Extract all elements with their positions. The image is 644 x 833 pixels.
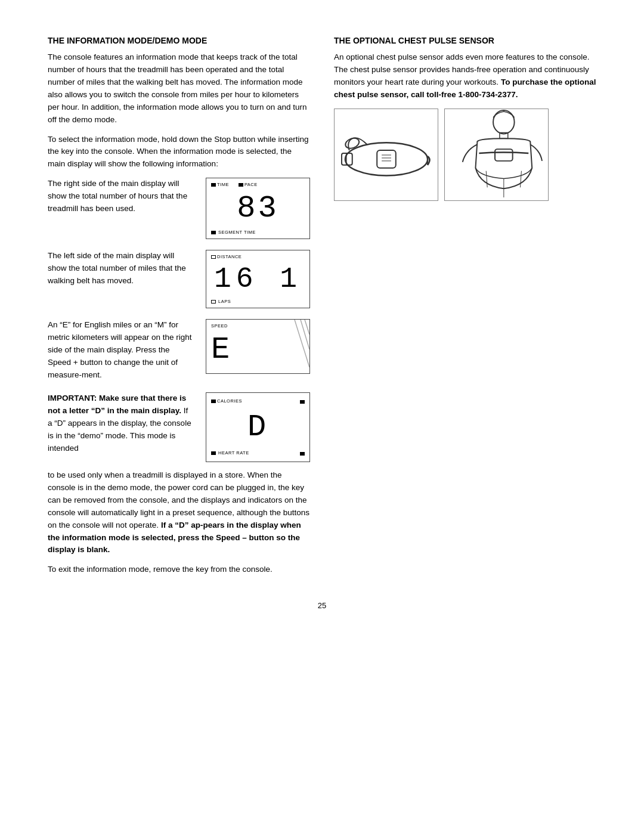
lcd-display-speed: SPEED E [206, 319, 310, 374]
lcd4-calories-indicator: CALORIES [211, 398, 242, 404]
calories-label: CALORIES [217, 398, 242, 404]
svg-rect-14 [495, 149, 513, 161]
page-number: 25 [48, 601, 596, 610]
time-label: TIME [217, 182, 229, 187]
display2-wrapper: DISTANCE 16 1 LAPS [206, 250, 310, 308]
lcd1-time-indicator: TIME [211, 182, 229, 187]
calories-rect [211, 400, 216, 403]
lcd1-number: 83 [211, 188, 305, 228]
lcd3-letter: E [211, 330, 230, 370]
right-para1: An optional chest pulse sensor adds even… [334, 51, 596, 101]
para2: To select the information mode, hold dow… [48, 134, 310, 171]
lcd-display-miles: DISTANCE 16 1 LAPS [206, 250, 310, 308]
lcd4-top: CALORIES [211, 397, 305, 406]
display3-wrapper: SPEED E [206, 319, 310, 374]
lcd4-bottom: HEART RATE [211, 448, 305, 458]
important-label: IMPORTANT: Make sure that there is not a… [48, 394, 186, 415]
sensor-device-image [334, 109, 438, 201]
svg-line-15 [486, 171, 487, 187]
svg-line-1 [301, 320, 309, 349]
two-column-layout: THE INFORMATION MODE/DEMO MODE The conso… [48, 36, 596, 583]
sensor-device-svg [335, 109, 438, 200]
lcd1-bottom: SEGMENT TIME [211, 230, 305, 235]
lcd1-top: TIME PACE [211, 182, 305, 187]
pace-rect [239, 183, 243, 187]
right-column: THE OPTIONAL CHEST PULSE SENSOR An optio… [334, 36, 596, 583]
pace-label: PACE [244, 182, 258, 187]
laps-label: LAPS [218, 299, 231, 304]
speed-label: SPEED [211, 323, 228, 329]
lcd4-right-indicator [300, 397, 305, 406]
lcd4-number: D [211, 407, 305, 447]
lcd2-top: DISTANCE [211, 254, 305, 259]
segment-rect [211, 231, 216, 234]
lcd-display-hours: TIME PACE 83 SEGMENT TIME [206, 178, 310, 239]
display1-text: The right side of the main display will … [48, 178, 194, 215]
laps-rect [211, 300, 216, 304]
para-after-display: to be used only when a treadmill is disp… [48, 469, 310, 556]
time-rect [211, 183, 216, 187]
display1-block: The right side of the main display will … [48, 178, 310, 239]
left-heading: THE INFORMATION MODE/DEMO MODE [48, 36, 310, 45]
diagonal-lines-decoration [292, 320, 309, 373]
svg-line-17 [520, 171, 521, 187]
speed-content: E [211, 330, 309, 370]
para1: The console features an information mode… [48, 51, 310, 126]
hr-right-rect [300, 452, 305, 456]
cal-right-rect [300, 400, 305, 404]
display2-text: The left side of the main display will s… [48, 250, 194, 287]
lcd2-distance-indicator: DISTANCE [211, 254, 242, 259]
important-text-block: IMPORTANT: Make sure that there is not a… [48, 392, 194, 462]
display1-wrapper: TIME PACE 83 SEGMENT TIME [206, 178, 310, 239]
important-block: IMPORTANT: Make sure that there is not a… [48, 392, 310, 462]
sensor-person-image [444, 109, 549, 201]
display4-wrapper: CALORIES D HEART RATE [206, 392, 310, 462]
distance-rect [211, 255, 216, 259]
page: THE INFORMATION MODE/DEMO MODE The conso… [48, 36, 596, 610]
sensor-person-svg [445, 109, 548, 200]
right-heading: THE OPTIONAL CHEST PULSE SENSOR [334, 36, 596, 45]
lcd-display-calories: CALORIES D HEART RATE [206, 392, 310, 462]
svg-point-3 [345, 143, 428, 175]
segment-label: SEGMENT TIME [218, 230, 256, 235]
distance-label: DISTANCE [217, 254, 242, 259]
lcd2-number: 16 1 [211, 261, 305, 298]
hr-rect [211, 451, 216, 455]
chest-sensor-images [334, 109, 596, 201]
svg-line-2 [305, 320, 309, 335]
display3-text: An “E” for English miles or an “M” for m… [48, 319, 194, 382]
left-column: THE INFORMATION MODE/DEMO MODE The conso… [48, 36, 310, 583]
lcd2-bottom: LAPS [211, 299, 305, 304]
heart-rate-label: HEART RATE [218, 450, 249, 456]
para-exit: To exit the information mode, remove the… [48, 563, 310, 576]
display3-block: An “E” for English miles or an “M” for m… [48, 319, 310, 382]
display2-block: The left side of the main display will s… [48, 250, 310, 308]
lcd1-pace-indicator: PACE [239, 182, 258, 187]
hr-right-indicator [300, 448, 305, 458]
svg-rect-6 [377, 150, 396, 168]
